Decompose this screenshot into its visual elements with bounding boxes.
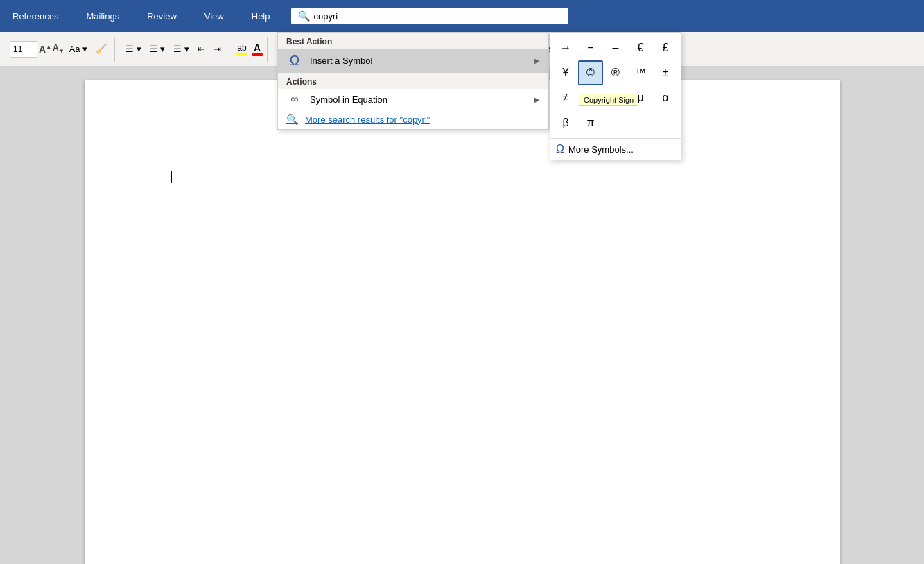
symbol-endash[interactable]: – xyxy=(603,35,628,60)
symbol-pound[interactable]: £ xyxy=(653,35,678,60)
search-input[interactable] xyxy=(314,11,561,22)
symbol-pi[interactable]: π xyxy=(578,110,603,135)
insert-symbol-label: Insert a Symbol xyxy=(310,55,372,66)
actions-label: Actions xyxy=(278,73,548,89)
symbol-in-equation-item[interactable]: ∞ Symbol in Equation ▶ xyxy=(278,89,548,110)
insert-symbol-item[interactable]: Ω Insert a Symbol ▶ xyxy=(278,49,548,73)
document-page[interactable] xyxy=(85,80,840,564)
symbol-in-equation-arrow-icon: ▶ xyxy=(534,96,540,103)
tab-help[interactable]: Help xyxy=(245,7,277,26)
insert-symbol-arrow-icon: ▶ xyxy=(534,57,540,65)
symbol-euro[interactable]: € xyxy=(628,35,653,60)
more-search-item[interactable]: 🔍 More search results for "copyri" xyxy=(278,110,548,129)
increase-indent-button[interactable]: ⇥ xyxy=(210,42,225,56)
copyright-tooltip: Copyright Sign xyxy=(579,94,638,106)
infinity-icon: ∞ xyxy=(286,93,303,105)
dropdown-menu: Best Action Ω Insert a Symbol ▶ Actions … xyxy=(277,32,549,130)
tab-mailings[interactable]: Mailings xyxy=(79,7,126,26)
font-color-button[interactable]: A xyxy=(252,42,263,56)
font-size-up-button[interactable]: A▲ xyxy=(39,44,51,55)
omega-menu-icon: Ω xyxy=(286,53,303,69)
more-search-label: More search results for "copyri" xyxy=(305,114,430,125)
font-size-down-button[interactable]: A▼ xyxy=(53,43,64,54)
list-group: ☰ ▾ ☰ ▾ ☰ ▾ ⇤ ⇥ xyxy=(118,37,229,62)
symbol-copyright[interactable]: © Copyright Sign xyxy=(578,60,603,85)
font-size-input[interactable] xyxy=(10,41,37,58)
best-action-label: Best Action xyxy=(278,33,548,49)
more-symbols-item[interactable]: Ω More Symbols... xyxy=(550,138,681,160)
symbol-arrow[interactable]: → xyxy=(553,35,578,60)
tab-references[interactable]: References xyxy=(6,7,65,26)
symbol-beta[interactable]: β xyxy=(553,110,578,135)
omega-flyout-icon: Ω xyxy=(556,143,564,155)
symbol-notequal[interactable]: ≠ xyxy=(553,85,578,110)
document-area xyxy=(0,67,924,564)
font-group: A▲ A▼ Aa ▾ 🧹 xyxy=(6,37,115,62)
tab-view[interactable]: View xyxy=(198,7,231,26)
decrease-indent-button[interactable]: ⇤ xyxy=(194,42,209,56)
clear-format-button[interactable]: 🧹 xyxy=(92,42,110,56)
ribbon: References Mailings Review View Help 🔍 xyxy=(0,0,924,32)
symbol-grid: → − – € £ ¥ © Copyright Sign ® ™ ± ≠ ≤ ∞… xyxy=(550,33,681,138)
symbol-registered[interactable]: ® xyxy=(603,60,628,85)
numbering-button[interactable]: ☰ ▾ xyxy=(146,42,169,56)
search-icon-small: 🔍 xyxy=(286,114,298,125)
symbol-yen[interactable]: ¥ xyxy=(553,60,578,85)
symbol-plusminus[interactable]: ± xyxy=(653,60,678,85)
bullets-button[interactable]: ☰ ▾ xyxy=(122,42,145,56)
symbol-trademark[interactable]: ™ xyxy=(628,60,653,85)
font-case-button[interactable]: Aa ▾ xyxy=(66,42,91,56)
more-symbols-label: More Symbols... xyxy=(568,144,634,155)
symbol-alpha[interactable]: α xyxy=(653,85,678,110)
text-cursor xyxy=(171,171,172,183)
search-icon: 🔍 xyxy=(298,10,310,22)
multilevel-button[interactable]: ☰ ▾ xyxy=(170,42,193,56)
search-bar: 🔍 xyxy=(291,8,568,24)
symbol-minus[interactable]: − xyxy=(578,35,603,60)
symbol-in-equation-label: Symbol in Equation xyxy=(310,94,387,105)
text-format-group: ab A xyxy=(232,37,268,62)
text-highlight-button[interactable]: ab xyxy=(236,43,247,55)
symbol-flyout: → − – € £ ¥ © Copyright Sign ® ™ ± ≠ ≤ ∞… xyxy=(550,32,681,160)
tab-review[interactable]: Review xyxy=(140,7,184,26)
